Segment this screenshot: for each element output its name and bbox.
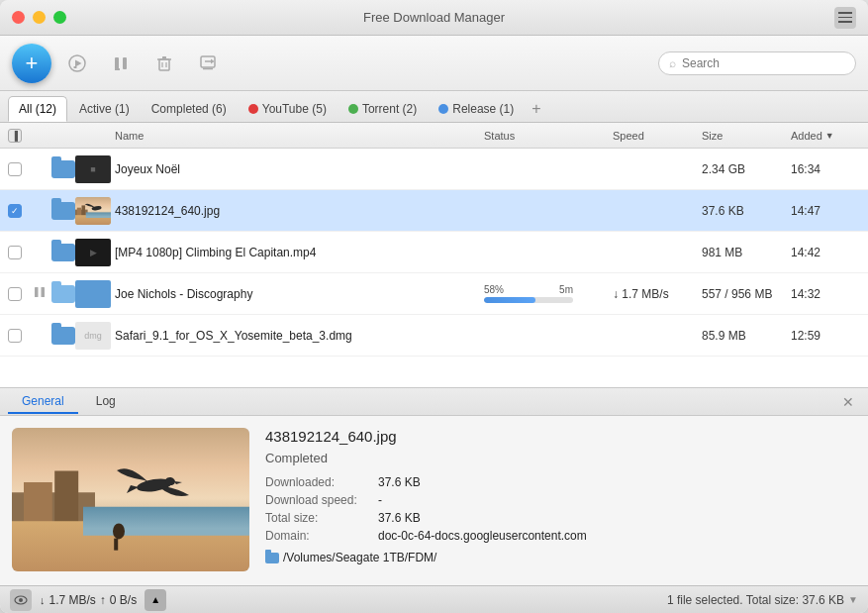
row2-checkbox[interactable] — [8, 204, 22, 218]
import-button[interactable] — [190, 46, 226, 81]
details-info: 438192124_640.jpg Completed Downloaded: … — [265, 428, 856, 573]
download-arrow-icon: ↓ — [40, 594, 46, 606]
row4-added: 14:32 — [791, 287, 860, 301]
row1-folder-icon — [51, 160, 75, 178]
row3-thumb: ▶ — [75, 239, 115, 266]
tab-active[interactable]: Active (1) — [69, 96, 140, 122]
table-row[interactable]: ■ Joyeux Noël 2.34 GB 16:34 — [0, 149, 868, 190]
row3-checkbox[interactable] — [8, 246, 22, 259]
row5-size: 85.9 MB — [702, 329, 791, 343]
details-content: 438192124_640.jpg Completed Downloaded: … — [0, 416, 868, 585]
sort-arrow-icon: ▼ — [825, 131, 834, 141]
svg-rect-15 — [35, 287, 39, 297]
play-button[interactable] — [59, 46, 95, 81]
svg-rect-6 — [159, 59, 169, 70]
row3-added: 14:42 — [791, 246, 860, 259]
row2-folder-icon — [51, 202, 75, 220]
row5-name: Safari_9.1_for_OS_X_Yosemite_beta_3.dmg — [115, 329, 484, 343]
menu-button[interactable] — [834, 7, 856, 29]
table-row[interactable]: Joe Nichols - Discography 58% 5m ↓ 1.7 M… — [0, 273, 868, 315]
statusbar: ↓ 1.7 MB/s ↑ 0 B/s ▲ 1 file selected. To… — [0, 585, 868, 613]
row5-thumb: dmg — [75, 322, 115, 350]
progress-time: 5m — [559, 284, 573, 295]
row3-check[interactable] — [8, 246, 32, 259]
svg-marker-13 — [211, 58, 215, 63]
row5-added: 12:59 — [791, 329, 860, 343]
details-tab-general[interactable]: General — [8, 390, 78, 414]
details-thumbnail — [12, 428, 249, 571]
details-domain-value: doc-0c-64-docs.googleusercontent.com — [378, 529, 587, 543]
details-domain-label: Domain: — [265, 529, 374, 543]
status-eye-button[interactable] — [10, 589, 32, 611]
select-all-checkbox[interactable]: ▐ — [8, 129, 22, 143]
details-size-row: Total size: 37.6 KB — [265, 511, 856, 525]
row5-check[interactable] — [8, 329, 32, 343]
tab-all-label: All (12) — [19, 102, 56, 116]
details-path-row: /Volumes/Seagate 1TB/FDM/ — [265, 551, 856, 564]
row4-checkbox[interactable] — [8, 287, 22, 301]
delete-button[interactable] — [146, 46, 182, 81]
minimize-button[interactable] — [33, 11, 46, 24]
status-right: 1 file selected. Total size: 37.6 KB ▼ — [667, 593, 858, 607]
tab-all[interactable]: All (12) — [8, 96, 67, 122]
progress-bar: 58% 5m — [484, 284, 573, 303]
row1-checkbox[interactable] — [8, 162, 22, 176]
close-button[interactable] — [12, 11, 25, 24]
app-title: Free Download Manager — [363, 10, 505, 25]
tab-torrent[interactable]: Torrent (2) — [338, 96, 427, 122]
tab-torrent-label: Torrent (2) — [362, 102, 417, 116]
details-domain-row: Domain: doc-0c-64-docs.googleusercontent… — [265, 529, 856, 543]
row4-name: Joe Nichols - Discography — [115, 287, 484, 301]
download-speed-value: 1.7 MB/s — [49, 593, 96, 607]
header-name[interactable]: Name — [115, 130, 484, 142]
details-close-button[interactable]: ✕ — [836, 394, 860, 410]
expand-button[interactable]: ▲ — [145, 589, 166, 611]
tab-youtube[interactable]: YouTube (5) — [239, 96, 337, 122]
tabs-bar: All (12) Active (1) Completed (6) YouTub… — [0, 91, 868, 123]
row2-added: 14:47 — [791, 204, 860, 218]
eye-icon — [14, 593, 28, 607]
pause-icon — [32, 284, 48, 300]
maximize-button[interactable] — [53, 11, 66, 24]
details-downloaded-row: Downloaded: 37.6 KB — [265, 475, 856, 489]
table-row[interactable]: 438192124_640.jpg 37.6 KB 14:47 — [0, 190, 868, 232]
speed-display: ↓ 1.7 MB/s ↑ 0 B/s — [40, 593, 137, 607]
row2-size: 37.6 KB — [702, 204, 791, 218]
tab-youtube-label: YouTube (5) — [262, 102, 327, 116]
row1-check[interactable] — [8, 162, 32, 176]
table-row[interactable]: ▶ [MP4 1080p] Climbing El Capitan.mp4 98… — [0, 232, 868, 273]
row1-thumb: ■ — [75, 155, 115, 183]
titlebar: Free Download Manager — [0, 0, 868, 36]
details-path-value: /Volumes/Seagate 1TB/FDM/ — [283, 551, 436, 564]
pause-all-button[interactable] — [103, 46, 139, 81]
table-row[interactable]: dmg Safari_9.1_for_OS_X_Yosemite_beta_3.… — [0, 315, 868, 357]
progress-fill — [484, 297, 535, 303]
row4-pause[interactable] — [32, 284, 51, 303]
status-arrow-icon[interactable]: ▼ — [848, 594, 858, 605]
header-added[interactable]: Added ▼ — [791, 130, 860, 142]
svg-rect-5 — [115, 68, 120, 70]
row3-name: [MP4 1080p] Climbing El Capitan.mp4 — [115, 246, 484, 259]
trash-icon — [155, 54, 173, 72]
row4-speed: ↓ 1.7 MB/s — [613, 287, 702, 301]
add-tab-button[interactable]: + — [526, 96, 546, 122]
table-header: ▐ Name Status Speed Size Added ▼ — [0, 123, 868, 149]
row4-thumb — [75, 280, 115, 308]
details-panel: General Log ✕ 438192124_640.jpg Complete… — [0, 387, 868, 585]
play-icon — [68, 54, 86, 72]
tab-release[interactable]: Release (1) — [429, 96, 524, 122]
details-tab-log[interactable]: Log — [82, 390, 130, 414]
progress-percent: 58% — [484, 284, 504, 295]
row4-check[interactable] — [8, 287, 32, 301]
tab-completed-label: Completed (6) — [151, 102, 227, 116]
release-dot — [438, 104, 448, 114]
search-input[interactable] — [682, 56, 845, 70]
row5-checkbox[interactable] — [8, 329, 22, 343]
hamburger-icon — [838, 12, 852, 23]
add-download-button[interactable]: + — [12, 44, 51, 83]
row1-size: 2.34 GB — [702, 162, 791, 176]
tab-completed[interactable]: Completed (6) — [142, 96, 237, 122]
details-speed-row: Download speed: - — [265, 493, 856, 507]
row2-check[interactable] — [8, 204, 32, 218]
svg-rect-4 — [123, 57, 127, 69]
